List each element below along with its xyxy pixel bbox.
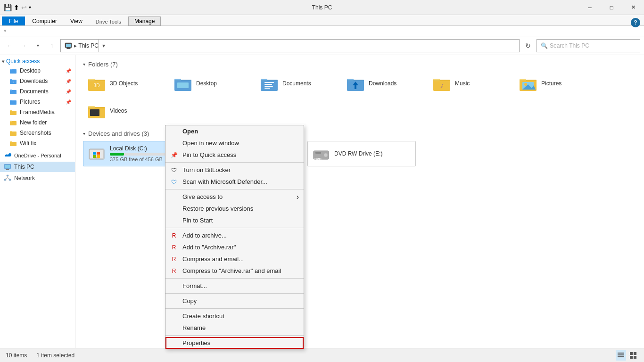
sidebar-item-desktop[interactable]: Desktop 📌 — [0, 66, 75, 76]
tab-file[interactable]: File — [2, 16, 25, 25]
sidebar-section-quick-access[interactable]: ▾ Quick access — [0, 57, 75, 66]
ribbon-expand: ▾ — [4, 28, 7, 34]
ctx-properties[interactable]: Properties — [165, 337, 304, 349]
sidebar-item-new-folder[interactable]: New folder — [0, 117, 75, 128]
folder-item-3d-objects[interactable]: 3D 3D Objects — [83, 72, 165, 95]
svg-rect-71 — [97, 152, 100, 155]
sidebar-item-pictures[interactable]: Pictures 📌 — [0, 97, 75, 107]
tab-manage[interactable]: Manage — [128, 16, 161, 26]
ctx-add-archive-rar[interactable]: R Add to "Archive.rar" — [165, 241, 304, 253]
ctx-separator-4 — [165, 278, 304, 279]
titlebar-icon-1[interactable]: 💾 — [4, 4, 12, 11]
svg-rect-80 — [315, 152, 321, 154]
ctx-compress-rar-email-icon: R — [170, 267, 178, 275]
sidebar-label-new-folder: New folder — [20, 119, 47, 126]
view-large-icons-button[interactable] — [628, 350, 638, 361]
sidebar-label-screenshots: Screenshots — [20, 130, 51, 136]
pc-label: ▸ — [74, 42, 78, 49]
folder-item-documents[interactable]: Documents — [256, 72, 338, 95]
folder-item-desktop[interactable]: Desktop — [169, 72, 252, 95]
folder-name-videos: Videos — [110, 107, 127, 114]
ctx-pin-quick-access[interactable]: 📌 Pin to Quick access — [165, 149, 304, 161]
close-button[interactable]: ✕ — [622, 0, 644, 15]
address-dropdown-button[interactable]: ▾ — [99, 39, 108, 52]
ctx-copy[interactable]: Copy — [165, 295, 304, 307]
recent-locations-button[interactable]: ▾ — [32, 40, 43, 51]
ctx-compress-email[interactable]: R Compress and email... — [165, 253, 304, 265]
sidebar-item-onedrive[interactable]: OneDrive - Personal — [0, 150, 75, 161]
ctx-create-shortcut[interactable]: Create shortcut — [165, 310, 304, 322]
folder-item-downloads[interactable]: Downloads — [342, 72, 424, 95]
svg-rect-38 — [177, 82, 189, 88]
sidebar-label-desktop: Desktop — [20, 67, 41, 74]
desktop-icon — [173, 75, 192, 92]
forward-button[interactable]: → — [18, 40, 29, 51]
ctx-rename[interactable]: Rename — [165, 322, 304, 334]
view-details-button[interactable] — [616, 350, 626, 361]
sidebar-label-framedmedia: FramedMedia — [20, 109, 55, 115]
ctx-compress-rar-email[interactable]: R Compress to "Archive.rar" and email — [165, 265, 304, 277]
svg-rect-2 — [67, 48, 70, 49]
ctx-restore-versions[interactable]: Restore previous versions — [165, 203, 304, 214]
ctx-bitlocker[interactable]: 🛡 Turn on BitLocker — [165, 164, 304, 176]
back-button[interactable]: ← — [4, 40, 15, 51]
titlebar-dropdown[interactable]: ▾ — [29, 5, 31, 10]
svg-rect-11 — [10, 100, 17, 105]
svg-rect-19 — [10, 142, 17, 146]
maximize-button[interactable]: □ — [601, 0, 622, 15]
titlebar-quickaccess: 💾 ⬆ ↩ ▾ — [0, 4, 35, 11]
ctx-format[interactable]: Format... — [165, 280, 304, 292]
ctx-defender-icon: 🛡 — [170, 178, 178, 186]
ctx-compress-email-icon: R — [170, 255, 178, 263]
tab-computer[interactable]: Computer — [26, 16, 63, 25]
refresh-button[interactable]: ↻ — [522, 40, 534, 51]
svg-rect-33 — [88, 80, 105, 81]
tab-drive-tools[interactable]: Drive Tools — [90, 17, 127, 25]
folder-item-videos[interactable]: Videos — [83, 99, 165, 123]
sidebar-item-framedmedia[interactable]: FramedMedia — [0, 107, 75, 117]
sidebar-label-onedrive: OneDrive - Personal — [14, 153, 61, 158]
devices-chevron: ▾ — [83, 131, 85, 136]
ctx-bitlocker-icon: 🛡 — [170, 166, 178, 174]
ctx-defender[interactable]: 🛡 Scan with Microsoft Defender... — [165, 176, 304, 188]
help-button[interactable]: ? — [631, 18, 640, 27]
ctx-separator-5 — [165, 293, 304, 294]
ribbon-tabs: File Computer View Drive Tools Manage — [0, 15, 644, 25]
main-layout: ▾ Quick access Desktop 📌 ↓ Downloads 📌 — [0, 55, 644, 348]
folders-section-header[interactable]: ▾ Folders (7) — [83, 61, 636, 68]
svg-rect-26 — [4, 179, 6, 181]
svg-rect-17 — [10, 132, 17, 136]
sidebar: ▾ Quick access Desktop 📌 ↓ Downloads 📌 — [0, 55, 75, 348]
pin-icon-documents: 📌 — [66, 89, 71, 94]
tab-view[interactable]: View — [64, 16, 89, 25]
drive-item-e[interactable]: DVD DVD RW Drive (E:) — [307, 141, 416, 166]
ctx-open[interactable]: Open — [165, 125, 304, 137]
sidebar-item-screenshots[interactable]: Screenshots — [0, 128, 75, 138]
svg-rect-20 — [10, 141, 12, 142]
sidebar-item-wifi-fix[interactable]: Wifi fix — [0, 138, 75, 148]
search-box[interactable]: 🔍 Search This PC — [537, 39, 640, 52]
ctx-separator-3 — [165, 228, 304, 228]
sidebar-item-documents[interactable]: Documents 📌 — [0, 86, 75, 97]
folders-grid: 3D 3D Objects Desktop — [83, 72, 636, 123]
documents-folder-icon — [9, 88, 17, 95]
titlebar-icon-3[interactable]: ↩ — [21, 4, 27, 11]
sidebar-item-this-pc[interactable]: This PC — [0, 162, 75, 172]
svg-rect-1 — [66, 44, 71, 47]
sidebar-item-downloads[interactable]: ↓ Downloads 📌 — [0, 76, 75, 86]
titlebar-icon-2[interactable]: ⬆ — [14, 4, 19, 11]
address-path[interactable]: ▸ This PC ▾ — [60, 39, 520, 52]
ctx-open-new-window[interactable]: Open in new window — [165, 137, 304, 149]
folder-name-desktop: Desktop — [196, 80, 217, 87]
minimize-button[interactable]: ─ — [579, 0, 601, 15]
folder-item-pictures[interactable]: Pictures — [514, 72, 597, 95]
sidebar-item-network[interactable]: Network — [0, 173, 75, 183]
up-button[interactable]: ↑ — [46, 40, 58, 51]
svg-rect-40 — [178, 89, 188, 90]
ctx-give-access[interactable]: Give access to — [165, 191, 304, 203]
ctx-pin-start[interactable]: Pin to Start — [165, 214, 304, 226]
ctx-add-archive[interactable]: R Add to archive... — [165, 230, 304, 241]
folder-item-music[interactable]: ♪ Music — [428, 72, 511, 95]
wifi-fix-folder-icon — [9, 140, 17, 147]
svg-point-81 — [324, 153, 328, 157]
